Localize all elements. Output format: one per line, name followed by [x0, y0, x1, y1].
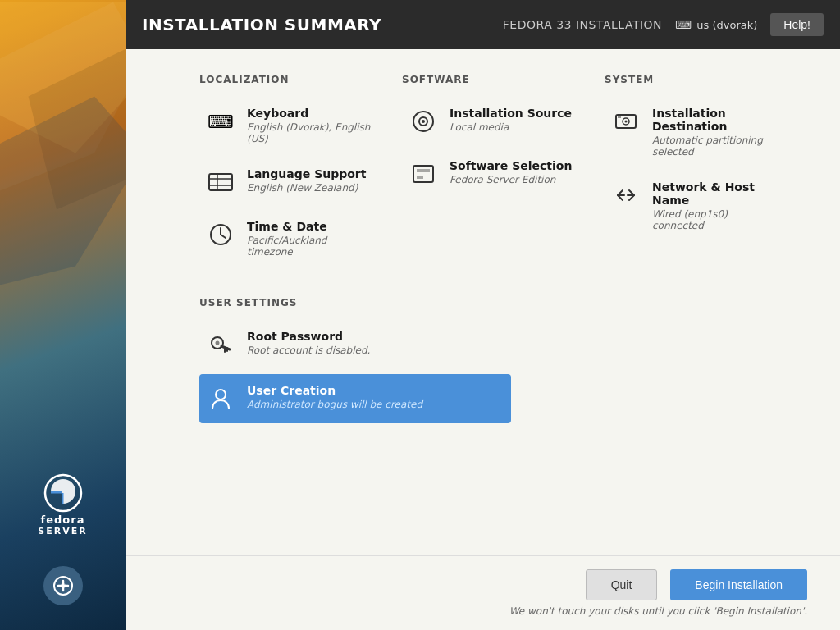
svg-rect-11	[209, 174, 232, 190]
source-text: Installation Source Local media	[450, 107, 572, 133]
localization-header: LOCALIZATION	[199, 74, 377, 85]
language-title: Language Support	[247, 167, 366, 180]
keyboard-text: Keyboard English (Dvorak), English (US)	[247, 107, 371, 144]
svg-point-26	[625, 121, 628, 123]
software-subtitle: Fedora Server Edition	[450, 174, 572, 185]
footer-buttons: Quit Begin Installation	[586, 569, 807, 600]
network-subtitle: Wired (enp1s0) connected	[652, 208, 776, 231]
fedora-f-icon	[43, 472, 84, 514]
root-password-item[interactable]: Root Password Root account is disabled.	[199, 322, 511, 368]
header: INSTALLATION SUMMARY FEDORA 33 INSTALLAT…	[126, 0, 840, 49]
software-icon	[409, 159, 438, 189]
localization-column: LOCALIZATION ⌨ Keyboard English (Dvorak)…	[199, 74, 402, 272]
time-icon	[206, 220, 235, 249]
keyboard-item[interactable]: ⌨ Keyboard English (Dvorak), English (US…	[199, 98, 377, 153]
keyboard-icon: ⌨	[206, 107, 235, 136]
footer: Quit Begin Installation We won't touch y…	[126, 555, 840, 630]
fedora-logo-server: SERVER	[38, 526, 87, 536]
software-selection-item[interactable]: Software Selection Fedora Server Edition	[402, 151, 580, 197]
root-text: Root Password Root account is disabled.	[247, 330, 370, 356]
root-title: Root Password	[247, 330, 370, 343]
destination-icon	[611, 107, 641, 136]
time-date-item[interactable]: Time & Date Pacific/Auckland timezone	[199, 212, 377, 266]
user-settings-header: USER SETTINGS	[199, 297, 807, 308]
begin-installation-button[interactable]: Begin Installation	[670, 569, 807, 600]
user-settings-section: USER SETTINGS Root Password Root account…	[199, 297, 807, 423]
installation-source-item[interactable]: Installation Source Local media	[402, 98, 580, 144]
language-support-item[interactable]: Language Support English (New Zealand)	[199, 159, 377, 205]
network-hostname-item[interactable]: Network & Host Name Wired (enp1s0) conne…	[605, 172, 783, 240]
svg-line-17	[221, 235, 226, 238]
source-icon	[409, 107, 438, 136]
user-icon	[206, 384, 235, 413]
system-header: SYSTEM	[605, 74, 783, 85]
install-label: FEDORA 33 INSTALLATION	[503, 18, 662, 31]
svg-point-35	[216, 390, 226, 399]
network-icon	[611, 180, 641, 210]
fedora-logo: fedora SERVER	[38, 472, 87, 536]
network-text: Network & Host Name Wired (enp1s0) conne…	[652, 180, 776, 231]
language-subtitle: English (New Zealand)	[247, 182, 366, 194]
help-button[interactable]: Help!	[770, 13, 824, 36]
system-column: SYSTEM Installation Destination Automati…	[605, 74, 807, 272]
content-area: LOCALIZATION ⌨ Keyboard English (Dvorak)…	[126, 49, 840, 555]
svg-rect-21	[413, 166, 433, 182]
main-sections-grid: LOCALIZATION ⌨ Keyboard English (Dvorak)…	[199, 74, 807, 272]
keyboard-layout: us (dvorak)	[696, 19, 757, 31]
main-content: INSTALLATION SUMMARY FEDORA 33 INSTALLAT…	[126, 0, 840, 630]
installation-destination-item[interactable]: Installation Destination Automatic parti…	[605, 98, 783, 166]
user-creation-title: User Creation	[247, 384, 422, 397]
root-subtitle: Root account is disabled.	[247, 345, 370, 356]
software-text: Software Selection Fedora Server Edition	[450, 159, 572, 185]
network-title: Network & Host Name	[652, 180, 776, 207]
root-icon	[206, 330, 235, 359]
destination-title: Installation Destination	[652, 107, 776, 133]
source-title: Installation Source	[450, 107, 572, 120]
destination-subtitle: Automatic partitioning selected	[652, 135, 776, 158]
software-title: Software Selection	[450, 159, 572, 172]
header-right: FEDORA 33 INSTALLATION ⌨ us (dvorak) Hel…	[503, 13, 824, 36]
software-column: SOFTWARE Installation Source Local media	[402, 74, 605, 272]
time-subtitle: Pacific/Auckland timezone	[247, 235, 371, 258]
user-creation-item[interactable]: User Creation Administrator bogus will b…	[199, 374, 511, 423]
language-icon	[206, 167, 235, 197]
svg-rect-6	[62, 493, 64, 504]
svg-point-10	[61, 583, 66, 588]
destination-text: Installation Destination Automatic parti…	[652, 107, 776, 158]
keyboard-title: Keyboard	[247, 107, 371, 120]
svg-rect-22	[417, 169, 430, 172]
svg-rect-27	[618, 116, 621, 118]
user-creation-text: User Creation Administrator bogus will b…	[247, 384, 422, 410]
sidebar-badge-icon	[43, 566, 83, 605]
svg-rect-5	[51, 491, 62, 494]
user-creation-subtitle: Administrator bogus will be created	[247, 399, 422, 410]
svg-point-31	[216, 341, 220, 345]
time-text: Time & Date Pacific/Auckland timezone	[247, 220, 371, 258]
keyboard-indicator: ⌨ us (dvorak)	[675, 18, 757, 31]
keyboard-subtitle: English (Dvorak), English (US)	[247, 121, 371, 144]
footer-note: We won't touch your disks until you clic…	[509, 605, 807, 617]
quit-button[interactable]: Quit	[586, 569, 658, 600]
sidebar: fedora SERVER	[0, 0, 126, 630]
svg-rect-23	[417, 176, 423, 179]
time-title: Time & Date	[247, 220, 371, 233]
software-header: SOFTWARE	[402, 74, 580, 85]
language-text: Language Support English (New Zealand)	[247, 167, 366, 194]
fedora-logo-text: fedora	[41, 514, 85, 526]
keyboard-icon: ⌨	[675, 18, 692, 31]
page-title: INSTALLATION SUMMARY	[142, 15, 381, 34]
svg-point-20	[422, 120, 425, 123]
source-subtitle: Local media	[450, 121, 572, 133]
